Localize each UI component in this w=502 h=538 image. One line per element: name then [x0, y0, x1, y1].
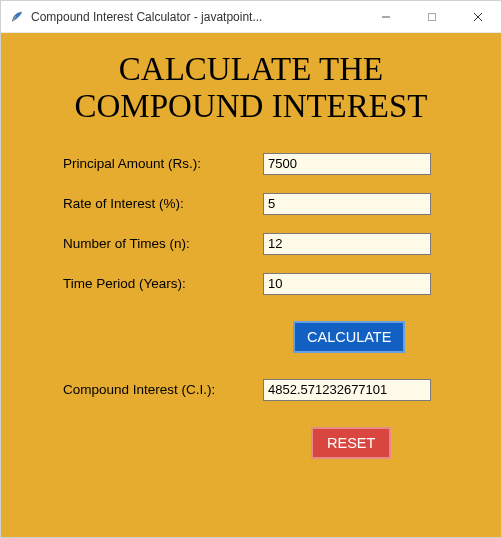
principal-input[interactable] [263, 153, 431, 175]
times-input[interactable] [263, 233, 431, 255]
period-input[interactable] [263, 273, 431, 295]
principal-label: Principal Amount (Rs.): [63, 156, 253, 171]
content-area: CALCULATE THE COMPOUND INTEREST Principa… [1, 33, 501, 537]
titlebar: Compound Interest Calculator - javatpoin… [1, 1, 501, 33]
result-label: Compound Interest (C.I.): [63, 382, 253, 397]
page-heading: CALCULATE THE COMPOUND INTEREST [25, 51, 477, 125]
times-label: Number of Times (n): [63, 236, 253, 251]
result-input[interactable] [263, 379, 431, 401]
window-title: Compound Interest Calculator - javatpoin… [31, 10, 363, 24]
calculate-button[interactable]: CALCULATE [293, 321, 405, 353]
rate-label: Rate of Interest (%): [63, 196, 253, 211]
close-button[interactable] [455, 1, 501, 32]
rate-input[interactable] [263, 193, 431, 215]
feather-icon [9, 9, 25, 25]
app-window: Compound Interest Calculator - javatpoin… [0, 0, 502, 538]
period-label: Time Period (Years): [63, 276, 253, 291]
maximize-button[interactable] [409, 1, 455, 32]
calculator-form: Principal Amount (Rs.): Rate of Interest… [63, 153, 477, 459]
heading-line1: CALCULATE THE [119, 51, 383, 87]
minimize-button[interactable] [363, 1, 409, 32]
heading-line2: COMPOUND INTEREST [75, 88, 428, 124]
svg-rect-1 [429, 13, 436, 20]
reset-button[interactable]: RESET [311, 427, 391, 459]
window-controls [363, 1, 501, 32]
